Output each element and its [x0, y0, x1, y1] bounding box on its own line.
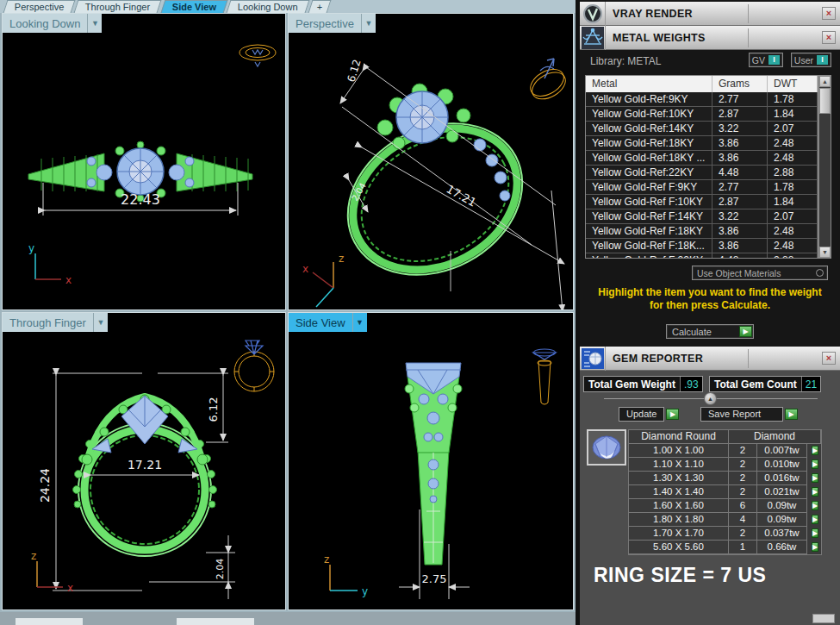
table-row[interactable]: Yellow Gold-Ref:14KY3.222.07	[586, 122, 818, 136]
go-arrow-icon: ▶	[666, 409, 679, 420]
update-button[interactable]: Update ▶	[619, 407, 680, 421]
viewport-label-perspective[interactable]: Perspective ▼	[289, 14, 376, 33]
table-row[interactable]: Yellow Gold-Ref:22KY4.482.88	[586, 166, 818, 180]
svg-text:x: x	[67, 582, 73, 594]
table-row[interactable]: Yellow Gold-Ref:18KY ...3.862.48	[586, 151, 818, 166]
status-strip-segment	[16, 618, 83, 625]
chevron-down-icon[interactable]: ▼	[87, 14, 102, 33]
table-row[interactable]: Yellow Gold-Ref F:18K...3.862.48	[586, 239, 818, 253]
viewport-looking-down[interactable]: Looking Down ▼	[2, 13, 286, 310]
viewport-label-through-finger[interactable]: Through Finger ▼	[3, 313, 108, 332]
vray-render-header[interactable]: VRAY RENDER ×	[580, 2, 840, 26]
go-arrow-icon[interactable]: ▶	[812, 542, 818, 552]
view-orientation-icon-side	[533, 349, 556, 404]
go-arrow-icon[interactable]: ▶	[812, 515, 818, 524]
gem-row[interactable]: 1.40 X 1.4020.021tw▶	[629, 485, 821, 499]
scroll-up-icon[interactable]: ▲	[819, 76, 831, 87]
gem-row[interactable]: 1.00 X 1.0020.007tw▶	[629, 444, 821, 458]
scale-icon	[580, 26, 606, 50]
gem-report-icon	[580, 347, 606, 371]
dimension-thickness: 2.04	[350, 181, 368, 203]
use-object-materials-button[interactable]: Use Object Materials	[692, 266, 828, 280]
dimension-diameter: 17.21	[445, 183, 479, 209]
table-row[interactable]: Yellow Gold-Ref F:14KY3.222.07	[586, 209, 818, 224]
tab-looking-down[interactable]: Looking Down	[226, 0, 309, 13]
gem-row[interactable]: 1.80 X 1.8040.09tw▶	[629, 513, 821, 527]
gem-row[interactable]: 1.30 X 1.3020.016tw▶	[629, 472, 821, 485]
go-arrow-icon[interactable]: ▶	[812, 459, 818, 469]
go-arrow-icon[interactable]: ▶	[812, 528, 818, 538]
table-row[interactable]: Yellow Gold-Ref F:9KY2.771.78	[586, 180, 818, 195]
tab-through-finger[interactable]: Through Finger	[74, 0, 162, 13]
viewport-label-side-view[interactable]: Side View ▼	[289, 313, 367, 332]
viewport-through-finger[interactable]: Through Finger ▼	[2, 312, 286, 610]
viewport-perspective[interactable]: Perspective ▼	[288, 13, 574, 310]
save-report-button[interactable]: Save Report ▶	[700, 407, 799, 421]
table-row[interactable]: Yellow Gold-Ref F:18KY3.862.48	[586, 224, 818, 239]
metal-table: Metal Grams DWT Yellow Gold-Ref:9KY2.771…	[585, 75, 818, 259]
close-icon[interactable]: ×	[822, 7, 836, 20]
go-arrow-icon: ▶	[739, 326, 752, 337]
calculate-button[interactable]: Calculate ▶	[666, 324, 754, 339]
gem-reporter-header[interactable]: GEM REPORTER ×	[580, 347, 840, 371]
gem-row[interactable]: 1.60 X 1.6060.09tw▶	[629, 499, 821, 513]
gem-slider-knob[interactable]: ▲	[704, 392, 717, 405]
gv-indicator: I	[768, 55, 780, 65]
status-strip	[0, 612, 576, 625]
go-arrow-icon[interactable]: ▶	[812, 487, 818, 497]
close-icon[interactable]: ×	[822, 352, 836, 365]
user-indicator: I	[817, 55, 828, 65]
header-divider	[748, 4, 818, 23]
gem-row[interactable]: 5.60 X 5.6010.66tw▶	[629, 541, 821, 554]
svg-text:y: y	[309, 308, 315, 310]
table-row[interactable]: Yellow Gold-Ref F:22KY4.482.88	[586, 253, 818, 259]
go-arrow-icon[interactable]: ▶	[812, 501, 818, 510]
panel-title: METAL WEIGHTS	[606, 32, 748, 44]
table-row[interactable]: Yellow Gold-Ref:10KY2.871.84	[586, 107, 818, 122]
user-toggle-button[interactable]: User I	[791, 53, 831, 67]
dimension-shank-width: 2.75	[422, 572, 447, 585]
metal-weights-header[interactable]: METAL WEIGHTS ×	[580, 26, 840, 50]
viewport-side-view[interactable]: Side View ▼	[288, 312, 574, 610]
svg-text:z: z	[31, 550, 36, 562]
svg-text:z: z	[324, 553, 329, 566]
view-orientation-icon-front	[234, 341, 274, 391]
svg-text:x: x	[65, 274, 72, 286]
gem-row[interactable]: 1.10 X 1.1020.010tw▶	[629, 458, 821, 472]
go-arrow-icon[interactable]: ▶	[812, 473, 818, 483]
scroll-down-icon[interactable]: ▼	[819, 247, 831, 258]
ring-side-view-drawing: 2.75 z y	[289, 313, 574, 610]
tab-side-view[interactable]: Side View	[160, 0, 227, 13]
vray-icon	[580, 2, 606, 26]
side-panel: VRAY RENDER × METAL WEIGHTS × Library: M…	[576, 0, 840, 625]
chevron-down-icon[interactable]: ▼	[93, 313, 108, 332]
chevron-down-icon[interactable]: ▼	[361, 14, 376, 33]
svg-text:z: z	[339, 253, 344, 265]
go-arrow-icon: ▶	[785, 409, 798, 420]
metal-table-scrollbar[interactable]: ▲ ▼	[818, 75, 831, 259]
axis-gizmo-zy: z y	[324, 553, 368, 597]
header-divider	[748, 28, 818, 47]
scrollbar-thumb[interactable]	[819, 88, 831, 114]
dimension-width: 22.43	[121, 191, 160, 208]
panel-resize-corner[interactable]	[812, 614, 835, 623]
add-view-tab-button[interactable]: +	[308, 0, 331, 13]
total-gem-weight-value: .93	[680, 377, 702, 391]
table-row[interactable]: Yellow Gold-Ref:18KY3.862.48	[586, 136, 818, 151]
gem-row[interactable]: 1.70 X 1.7020.037tw▶	[629, 527, 821, 541]
gv-toggle-button[interactable]: GV I	[749, 53, 783, 67]
tab-perspective[interactable]: Perspective	[3, 0, 76, 13]
viewport-label-looking-down[interactable]: Looking Down ▼	[3, 14, 102, 33]
go-arrow-icon[interactable]: ▶	[812, 446, 818, 455]
table-row[interactable]: Yellow Gold-Ref F:10KY2.871.84	[586, 195, 818, 209]
library-label: Library: METAL	[590, 55, 661, 67]
svg-text:y: y	[28, 242, 34, 254]
axis-gizmo-zx: z x	[31, 550, 73, 594]
ring-front-view-drawing: 24.24 6.12 17.21 2.04 z x	[3, 313, 286, 610]
svg-text:y: y	[362, 585, 368, 597]
close-icon[interactable]: ×	[822, 31, 836, 44]
ring-perspective-drawing: 6.12 17.21 2.04 z x y	[289, 14, 574, 310]
dimension-inner-diameter: 17.21	[128, 458, 162, 472]
table-row[interactable]: Yellow Gold-Ref:9KY2.771.78	[586, 92, 818, 107]
chevron-down-icon[interactable]: ▼	[352, 313, 367, 332]
